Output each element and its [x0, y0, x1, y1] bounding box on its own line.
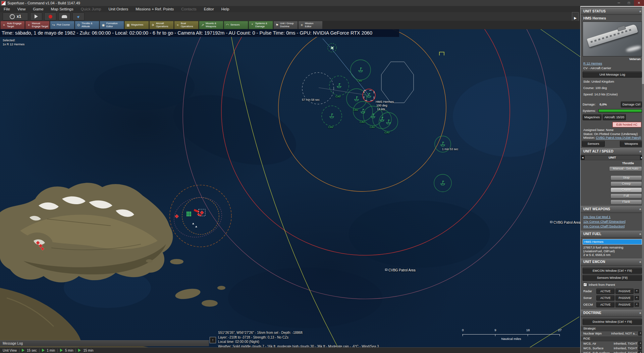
unit-group-doctrine-button[interactable]: ⚑Unit / GroupDoctrine — [273, 21, 298, 29]
dropdown-arrow-icon[interactable]: ▼ — [635, 296, 639, 300]
manual-engage-target-button[interactable]: +ManualEngage Target — [25, 21, 50, 29]
step-15min[interactable]: 15 min — [83, 349, 93, 352]
friendly-aircraft-icon[interactable] — [329, 45, 335, 51]
tab-sensors[interactable]: Sensors — [582, 141, 605, 147]
doctrine-header[interactable]: DOCTRINE» — [581, 310, 644, 317]
sensors-window-button[interactable]: Sensors Window (F9) — [583, 275, 642, 281]
inherit-from-parent-row[interactable]: ✓ Inherit from Parent — [581, 282, 644, 288]
time-status-text: Time: sábado, 1 de mayo de 1982 - Zulu: … — [2, 30, 372, 36]
play-button[interactable] — [30, 12, 42, 20]
tab-weapons[interactable]: Weapons — [620, 141, 643, 147]
menu-view[interactable]: View — [14, 6, 30, 12]
mission-editor-button[interactable]: ≡MissionEditor — [298, 21, 323, 29]
play-icon — [35, 14, 38, 18]
play-5min-icon[interactable] — [60, 349, 63, 352]
map-viewport[interactable]: Time: sábado, 1 de mayo de 1982 - Zulu: … — [0, 29, 580, 353]
sidebar-scrollbar[interactable] — [642, 7, 644, 353]
wcs-surface-value[interactable]: Inherited, TIGHT — [613, 346, 637, 350]
play-15sec-icon[interactable] — [22, 349, 24, 352]
weapon-link-seacat[interactable]: 24x Sea Cat Mod 1 — [581, 215, 644, 219]
radar-passive-button[interactable]: PASSIVE — [615, 289, 634, 294]
plot-course-button[interactable]: ↪Plot Course — [50, 21, 74, 29]
aircraft-count-button[interactable]: Aircraft: 15/20 — [603, 114, 626, 120]
throttle-stop-button[interactable]: Stop — [610, 175, 642, 180]
sensors-button[interactable]: ◠Sensors — [224, 21, 248, 29]
close-button[interactable]: ✕ — [634, 0, 644, 6]
mounts-weapons-button[interactable]: ↗Mounts &Weapons — [199, 21, 223, 29]
systems-damage-button[interactable]: *Systems &Damage — [249, 21, 273, 29]
radar-active-button[interactable]: ACTIVE — [596, 289, 614, 294]
doctrine-window-button[interactable]: Doctrine Window (Ctrl + F9) — [583, 319, 642, 325]
oecm-active-button[interactable]: ACTIVE — [596, 302, 614, 307]
sonar-active-button[interactable]: ACTIVE — [596, 295, 614, 301]
throttle-flank-button[interactable]: Flank — [610, 200, 642, 205]
fuel-selected-unit[interactable]: HMS Hermes — [583, 239, 642, 245]
recorder-button[interactable] — [58, 12, 70, 20]
unit-view-label[interactable]: Unit View — [3, 349, 17, 352]
emcon-window-button[interactable]: EMCON Window (Ctrl + F9) — [583, 268, 642, 274]
play-15min-icon[interactable] — [78, 349, 81, 352]
emcon-sonar-row: Sonar ACTIVE PASSIVE ▼ — [581, 295, 644, 301]
record-button[interactable] — [44, 12, 56, 20]
menu-map-settings[interactable]: Map Settings — [47, 6, 77, 12]
edit-hosted-ac-button[interactable]: Edit hosted AC — [612, 122, 641, 127]
sonar-passive-button[interactable]: PASSIVE — [615, 295, 634, 301]
throttle-creep-button[interactable]: Creep — [610, 181, 642, 186]
mission-link[interactable]: CVBG Patrol Area (ASW Patrol) — [596, 136, 641, 139]
nuclear-value[interactable]: Inherited, NOT a... — [611, 332, 637, 336]
step-1min[interactable]: 1 min — [47, 349, 55, 352]
menu-editor[interactable]: Editor — [200, 6, 218, 12]
unit-weapons-header[interactable]: UNIT WEAPONS» — [581, 206, 644, 213]
throttle-manual-auto-button[interactable]: Manual - Set Auto — [609, 166, 642, 171]
aircraft-operations-button[interactable]: ✈AircraftOperations — [149, 21, 174, 29]
menu-file[interactable]: File — [0, 6, 14, 12]
pin-status-button[interactable]: ↑ — [210, 337, 216, 343]
oecm-passive-button[interactable]: PASSIVE — [615, 302, 634, 307]
menu-unit-orders[interactable]: Unit Orders — [105, 6, 132, 12]
weapon-link-chaff-seduction[interactable]: 44x Corvus Chaff [Seduction] — [581, 224, 644, 229]
unit-alt-speed-header[interactable]: UNIT ALT / SPEED» — [581, 148, 644, 155]
auto-engage-target-button[interactable]: +Auto EngageTarget — [0, 21, 25, 29]
unit-emcon-header[interactable]: UNIT EMCON» — [581, 259, 644, 266]
unit-message-log-button[interactable]: Unit Message Log — [583, 72, 642, 78]
play-1min-icon[interactable] — [42, 349, 45, 352]
cursor-status-block: S51°26'35", W56°27'26" - 16nm from sel -… — [218, 330, 379, 349]
throttle-altitude-button[interactable]: ⊙Throttle &Altitude — [75, 21, 99, 29]
jump-button[interactable]: ► — [72, 12, 85, 20]
dropdown-arrow-icon[interactable]: ▼ — [635, 303, 639, 307]
menu-help[interactable]: Help — [218, 6, 233, 12]
unit-db-link[interactable]: R 12 Hermes — [583, 61, 602, 65]
menu-game[interactable]: Game — [29, 6, 47, 12]
step-5min[interactable]: 5 min — [65, 349, 73, 352]
step-15sec[interactable]: 15 sec — [27, 349, 37, 352]
weapon-link-chaff-distraction[interactable]: 12x Corvus Chaff [Distraction] — [581, 219, 644, 224]
cav-label: CAV — [353, 108, 358, 112]
throttle-full-button[interactable]: Full — [610, 193, 642, 198]
unit-fuel-header[interactable]: UNIT FUEL» — [581, 231, 644, 238]
wcs-air-row: WCS, Air Inherited, TIGHT ▼ — [581, 341, 644, 346]
prev-unit-button[interactable]: ◄ — [581, 156, 585, 160]
selected-unit-hermes[interactable] — [363, 89, 375, 102]
maximize-button[interactable]: □ — [624, 0, 634, 6]
magazines-button[interactable]: ▦Magazines — [124, 21, 149, 29]
throttle-cruise-button[interactable]: Cruise — [610, 187, 642, 192]
cav-label: CAV — [384, 131, 390, 134]
damage-ctrl-button[interactable]: Damage Ctrl — [621, 101, 642, 107]
message-log-bar[interactable]: Message Log — [0, 340, 209, 346]
unknown-contact-icon[interactable] — [439, 52, 444, 55]
minimize-button[interactable]: ─ — [614, 0, 624, 6]
time-compression-control[interactable]: x1 — [3, 12, 28, 20]
dropdown-arrow-icon[interactable]: ▼ — [635, 289, 639, 293]
wcs-air-value[interactable]: Inherited, TIGHT — [613, 342, 637, 346]
escort-ship-icons[interactable] — [330, 68, 445, 185]
throttle-label: Throttle — [581, 160, 644, 165]
magazines-panel-button[interactable]: Magazines — [583, 114, 601, 120]
ref-point-patrol-area: CVBG Patrol Area — [385, 268, 416, 272]
boat-operations-button[interactable]: ≈BoatOperations — [174, 21, 199, 29]
formation-editor-button[interactable]: ◉FormationEditor — [100, 21, 124, 29]
order-ribbon: +Auto EngageTarget +ManualEngage Target … — [0, 21, 581, 29]
checkbox-checked-icon[interactable]: ✓ — [583, 283, 587, 286]
menu-missions-ref-points[interactable]: Missions + Ref. Points — [132, 6, 177, 12]
wcs-subsurface-value[interactable]: Inherited, TIGHT — [613, 351, 637, 353]
unit-status-header[interactable]: UNIT STATUS» — [581, 8, 644, 15]
